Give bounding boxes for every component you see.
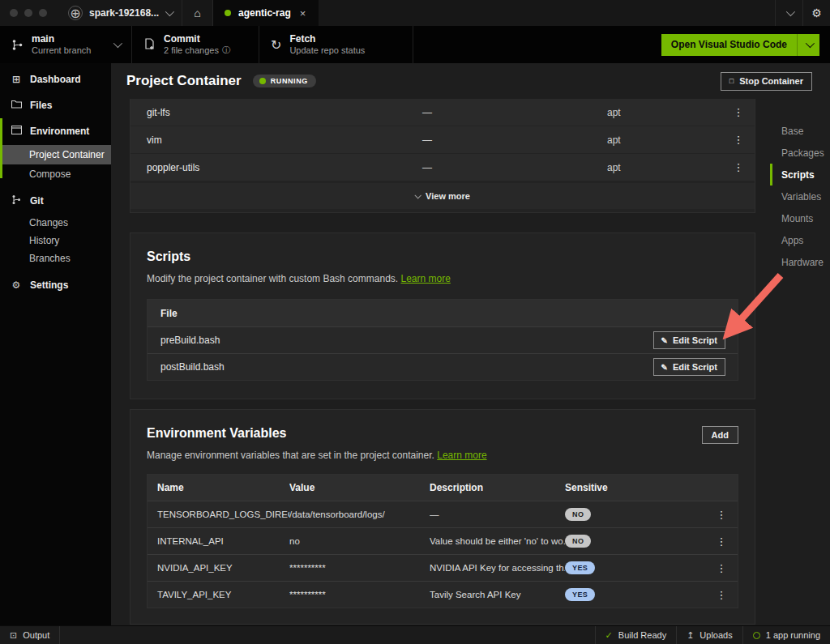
pencil-icon: ✎ bbox=[661, 336, 668, 345]
window-dot[interactable] bbox=[39, 9, 47, 17]
git-branch-icon bbox=[11, 194, 22, 207]
output-label: Output bbox=[23, 630, 49, 640]
output-button[interactable]: ⊡ Output bbox=[0, 626, 60, 644]
nav-item-hardware[interactable]: Hardware bbox=[770, 251, 830, 273]
kebab-menu-icon[interactable]: ⋮ bbox=[722, 134, 755, 146]
nav-item-mounts[interactable]: Mounts bbox=[770, 207, 830, 229]
table-row: vim — apt ⋮ bbox=[130, 126, 755, 153]
dashboard-icon: ⊞ bbox=[11, 74, 22, 85]
env-var-value: /data/tensorboard/logs/ bbox=[289, 510, 430, 519]
sidebar-item-compose[interactable]: Compose bbox=[0, 165, 111, 183]
sidebar-item-settings[interactable]: ⚙Settings bbox=[0, 272, 111, 298]
commit-button[interactable]: Commit 2 file changesⓘ bbox=[132, 26, 259, 63]
package-name: git-lfs bbox=[130, 107, 422, 118]
kebab-menu-icon[interactable]: ⋮ bbox=[722, 106, 755, 118]
status-badge: RUNNING bbox=[253, 75, 316, 87]
env-var-description: Tavily Search API Key bbox=[430, 590, 565, 599]
stop-icon: □ bbox=[729, 78, 734, 85]
nav-item-base[interactable]: Base bbox=[770, 120, 830, 142]
running-dot-icon bbox=[259, 78, 266, 84]
kebab-menu-icon[interactable]: ⋮ bbox=[705, 535, 738, 548]
env-var-description: Value should be either 'no' to wo... bbox=[430, 536, 565, 546]
nav-item-apps[interactable]: Apps bbox=[770, 229, 830, 251]
settings-button[interactable]: ⚙ bbox=[802, 0, 830, 26]
column-header-sensitive: Sensitive bbox=[565, 482, 705, 493]
column-header-file: File bbox=[148, 308, 178, 319]
sidebar-item-changes[interactable]: Changes bbox=[0, 214, 111, 232]
env-var-description: — bbox=[430, 510, 565, 519]
open-vscode-button[interactable]: Open Visual Studio Code bbox=[661, 34, 797, 56]
nav-item-scripts[interactable]: Scripts bbox=[770, 164, 830, 186]
sidebar-item-git[interactable]: Git bbox=[0, 188, 111, 214]
package-version: — bbox=[422, 162, 511, 173]
apps-running-label: 1 app running bbox=[766, 630, 820, 640]
chevron-down-icon bbox=[165, 7, 174, 16]
fetch-subtitle: Update repo status bbox=[289, 45, 365, 57]
folder-icon bbox=[11, 100, 22, 111]
sidebar-item-label: Settings bbox=[30, 279, 68, 291]
edit-script-button[interactable]: ✎ Edit Script bbox=[653, 331, 725, 349]
window-dot[interactable] bbox=[10, 9, 18, 17]
environment-icon bbox=[11, 126, 22, 137]
column-header-description: Description bbox=[430, 482, 565, 493]
sidebar-item-environment[interactable]: Environment bbox=[0, 118, 111, 144]
tab-label: agentic-rag bbox=[238, 7, 291, 19]
fetch-button[interactable]: ↻ Fetch Update repo status bbox=[259, 26, 413, 63]
sidebar-item-label: Git bbox=[30, 195, 44, 207]
sidebar-item-files[interactable]: Files bbox=[0, 92, 111, 118]
learn-more-link[interactable]: Learn more bbox=[400, 273, 450, 284]
env-var-name: NVIDIA_API_KEY bbox=[148, 563, 289, 573]
uploads-label: Uploads bbox=[700, 630, 732, 640]
tab-agentic-rag[interactable]: agentic-rag × bbox=[213, 0, 319, 26]
uploads-button[interactable]: ↥ Uploads bbox=[676, 626, 742, 644]
sidebar-item-project-container[interactable]: Project Container bbox=[0, 145, 111, 164]
kebab-menu-icon[interactable]: ⋮ bbox=[705, 562, 738, 574]
sidebar-item-label: Files bbox=[30, 100, 52, 111]
apps-running-status[interactable]: 1 app running bbox=[742, 626, 830, 644]
main-content: Project Container RUNNING □ Stop Contain… bbox=[111, 63, 830, 625]
env-var-name: INTERNAL_API bbox=[148, 536, 289, 546]
package-manager: apt bbox=[511, 107, 722, 118]
sensitive-badge: YES bbox=[565, 588, 595, 601]
connection-selector[interactable]: ⊕ spark-192168... bbox=[58, 0, 182, 26]
tabbar-spacer bbox=[319, 0, 775, 26]
section-title: Environment Variables bbox=[147, 426, 487, 441]
kebab-menu-icon[interactable]: ⋮ bbox=[705, 589, 738, 601]
sidebar-item-dashboard[interactable]: ⊞Dashboard bbox=[0, 66, 111, 92]
build-status[interactable]: ✓ Build Ready bbox=[595, 626, 677, 644]
home-button[interactable]: ⌂ bbox=[182, 0, 213, 26]
output-panel-icon: ⊡ bbox=[10, 630, 17, 641]
fetch-icon: ↻ bbox=[271, 37, 281, 53]
window-dot[interactable] bbox=[24, 9, 32, 17]
section-nav: Base Packages Scripts Variables Mounts A… bbox=[770, 120, 830, 273]
stop-container-button[interactable]: □ Stop Container bbox=[721, 72, 812, 91]
edit-script-button[interactable]: ✎ Edit Script bbox=[653, 358, 725, 376]
add-variable-button[interactable]: Add bbox=[702, 426, 738, 444]
chevron-down-icon bbox=[785, 7, 794, 16]
kebab-menu-icon[interactable]: ⋮ bbox=[705, 509, 738, 521]
sidebar-item-history[interactable]: History bbox=[0, 232, 111, 249]
upload-icon: ↥ bbox=[687, 630, 694, 641]
vscode-dropdown-button[interactable] bbox=[797, 34, 819, 56]
tab-status-dot bbox=[225, 10, 231, 16]
learn-more-link[interactable]: Learn more bbox=[437, 450, 486, 461]
branch-selector[interactable]: main Current branch bbox=[0, 26, 132, 63]
window-controls[interactable] bbox=[0, 0, 58, 26]
scripts-table: File preBuild.bash ✎ Edit Script postBui… bbox=[147, 299, 738, 381]
nav-item-packages[interactable]: Packages bbox=[770, 142, 830, 164]
build-status-label: Build Ready bbox=[618, 630, 666, 640]
sidebar-item-label: History bbox=[29, 235, 59, 246]
check-icon: ✓ bbox=[605, 630, 613, 641]
nav-item-variables[interactable]: Variables bbox=[770, 186, 830, 207]
sidebar-item-branches[interactable]: Branches bbox=[0, 249, 111, 267]
view-more-button[interactable]: View more bbox=[130, 183, 755, 209]
window-menu-button[interactable] bbox=[775, 0, 802, 26]
package-name: poppler-utils bbox=[130, 162, 422, 173]
scripts-card: Scripts Modify the project container wit… bbox=[130, 232, 755, 399]
packages-card: git-lfs — apt ⋮ vim — apt ⋮ poppler-util… bbox=[130, 99, 755, 213]
close-icon[interactable]: × bbox=[298, 7, 308, 19]
env-var-value: ********** bbox=[289, 590, 430, 599]
section-description: Modify the project container with custom… bbox=[147, 273, 398, 284]
kebab-menu-icon[interactable]: ⋮ bbox=[722, 161, 755, 173]
globe-icon: ⊕ bbox=[68, 6, 83, 20]
